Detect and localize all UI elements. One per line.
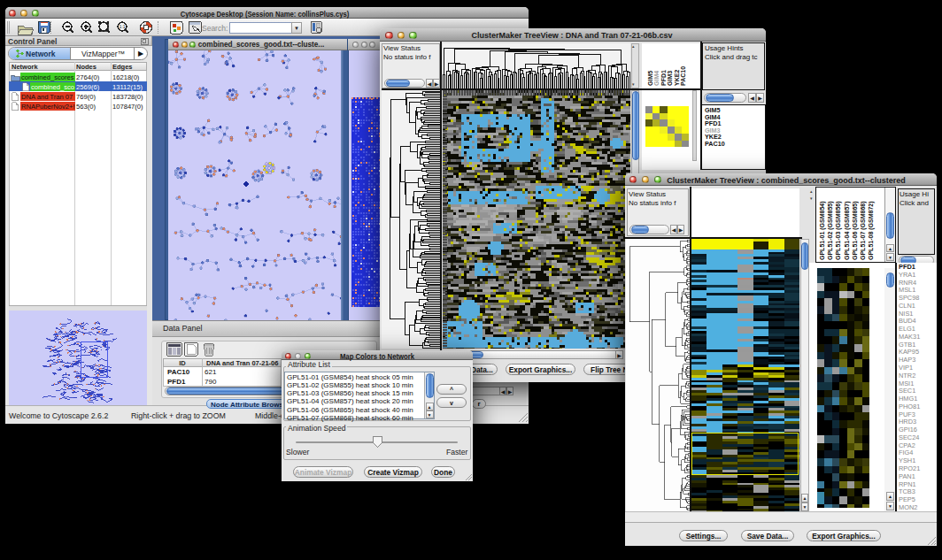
svg-text:1:1: 1:1 <box>120 24 126 29</box>
